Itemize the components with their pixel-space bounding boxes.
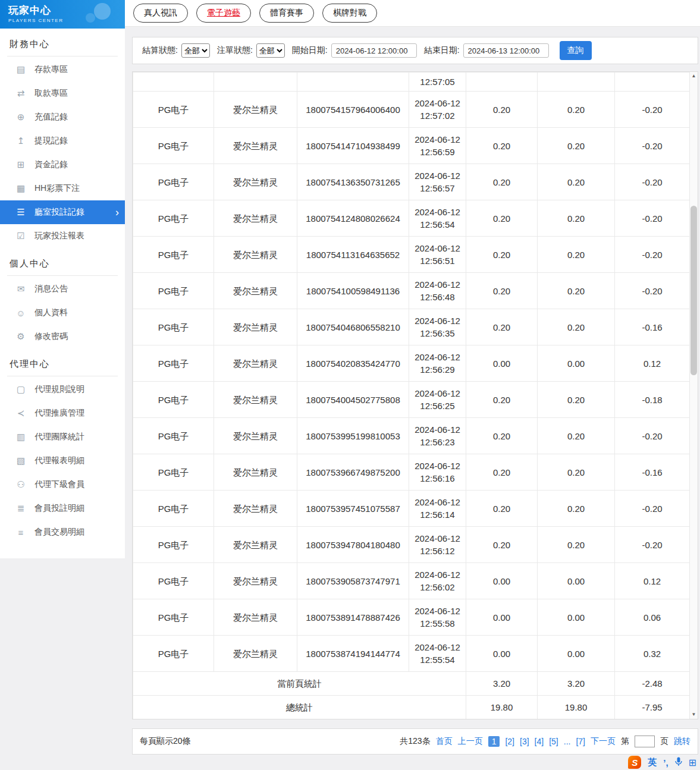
ime-punctuation-toggle[interactable]: ’,	[663, 758, 668, 768]
sidebar-item[interactable]: ▢代理規則說明	[0, 378, 125, 401]
jump-button[interactable]: 跳转	[674, 736, 690, 747]
scrollbar-thumb[interactable]	[690, 206, 697, 375]
ime-language-toggle[interactable]: 英	[648, 757, 657, 768]
scroll-down-icon[interactable]: ▼	[690, 711, 698, 719]
cell-bet: 0.20	[466, 491, 538, 527]
sidebar-item[interactable]: ☰廳室投註記錄›	[0, 200, 125, 224]
cell-profit: -0.20	[615, 128, 690, 164]
gamepad-icon	[77, 0, 119, 29]
sidebar-item[interactable]: ⚇代理下級會員	[0, 473, 125, 496]
sidebar-item[interactable]: ⊕充值記錄	[0, 105, 125, 129]
game-type-tabs: 真人視訊電子遊藝體育賽事棋牌對戰	[125, 0, 700, 27]
summary-profit: -2.48	[615, 672, 690, 696]
date-text: 2024-06-12	[415, 316, 460, 326]
sidebar-item[interactable]: ≺代理推廣管理	[0, 401, 125, 425]
cell-order-id: 1800753874194144774	[297, 636, 409, 672]
ime-toolbox-icon[interactable]: ⊞	[689, 757, 696, 768]
tab-1[interactable]: 真人視訊	[133, 4, 188, 23]
page-ellipsis: ...	[564, 737, 571, 746]
sidebar-item[interactable]: ☑玩家投注報表	[0, 224, 125, 248]
sidebar-item[interactable]: ≡會員交易明細	[0, 520, 125, 544]
sogou-ime-icon[interactable]: S	[628, 756, 641, 769]
cell-platform: PG电子	[133, 418, 214, 454]
tab-4[interactable]: 棋牌對戰	[322, 4, 377, 23]
cell-datetime: 2024-06-1212:55:54	[409, 636, 466, 672]
vertical-scrollbar[interactable]: ▲ ▼	[689, 72, 698, 719]
cell-datetime: 2024-06-1212:56:29	[409, 345, 466, 382]
sidebar-item[interactable]: ☺個人資料	[0, 301, 125, 325]
cell-game: 爱尔兰精灵	[214, 527, 297, 563]
sidebar-header: 玩家中心 PLAYERS CENTER	[0, 0, 125, 29]
records-table: 12:57:05PG电子爱尔兰精灵18007541579640064002024…	[133, 72, 690, 719]
sidebar-item[interactable]: ⊞資金記錄	[0, 153, 125, 177]
table-row: PG电子爱尔兰精灵18007540468065582102024-06-1212…	[133, 309, 690, 345]
table-row: PG电子爱尔兰精灵18007541131646356522024-06-1212…	[133, 237, 690, 273]
main-content: 真人視訊電子遊藝體育賽事棋牌對戰 結算狀態: 全部 注單狀態: 全部 開始日期:…	[125, 0, 700, 755]
scroll-up-icon[interactable]: ▲	[690, 72, 698, 80]
cell-profit: 0.32	[615, 636, 690, 672]
cell-bet: 0.20	[466, 237, 538, 273]
sidebar-item[interactable]: ▤存款專區	[0, 58, 125, 81]
table-row: PG电子爱尔兰精灵18007541363507312652024-06-1212…	[133, 164, 690, 200]
sidebar-item-label: 個人資料	[34, 307, 68, 318]
sidebar-section-title: 個人中心	[7, 253, 118, 276]
start-date-input[interactable]	[331, 43, 417, 58]
next-page-link[interactable]: 下一页	[591, 736, 616, 747]
settle-status-select[interactable]: 全部	[181, 43, 210, 58]
page-4[interactable]: [4]	[535, 737, 544, 746]
microphone-icon[interactable]	[675, 757, 682, 768]
cell-valid-bet: 0.20	[538, 418, 615, 454]
cell-datetime: 2024-06-1212:56:48	[409, 273, 466, 309]
order-status-select[interactable]: 全部	[256, 43, 285, 58]
jump-page-input[interactable]	[635, 736, 655, 747]
time-text: 12:56:02	[420, 582, 454, 592]
sidebar-item-label: 代理推廣管理	[34, 408, 84, 419]
report-icon: ☑	[15, 231, 26, 241]
summary-bet: 3.20	[466, 672, 538, 696]
cell-order-id: 1800753957451075587	[297, 491, 409, 527]
cell-platform: PG电子	[133, 599, 214, 636]
prev-page-link[interactable]: 上一页	[458, 736, 483, 747]
cell-order-id: 1800753891478887426	[297, 599, 409, 636]
cell-datetime: 2024-06-1212:56:16	[409, 454, 466, 491]
page-1[interactable]: 1	[488, 736, 500, 747]
page-5[interactable]: [5]	[549, 737, 558, 746]
sidebar-item-label: 修改密碼	[34, 331, 68, 342]
search-button[interactable]: 查詢	[560, 41, 592, 60]
table-row: PG电子爱尔兰精灵18007539667498752002024-06-1212…	[133, 454, 690, 491]
sidebar-item[interactable]: ✉消息公告	[0, 277, 125, 301]
cell-datetime: 2024-06-1212:56:02	[409, 563, 466, 599]
recharge-icon: ⊕	[15, 112, 26, 122]
tab-3[interactable]: 體育賽事	[259, 4, 314, 23]
sidebar-item[interactable]: ▥代理團隊統計	[0, 425, 125, 449]
summary-profit: -7.95	[615, 696, 690, 719]
cell-order-id: 1800754113164635652	[297, 237, 409, 273]
tab-2[interactable]: 電子遊藝	[196, 4, 251, 23]
page-7[interactable]: [7]	[576, 737, 585, 746]
sidebar-item[interactable]: ⇄取款專區	[0, 81, 125, 105]
cell-game: 爱尔兰精灵	[214, 164, 297, 200]
sidebar-item[interactable]: ≣會員投註明細	[0, 496, 125, 520]
cell-game: 爱尔兰精灵	[214, 599, 297, 636]
summary-bet: 19.80	[466, 696, 538, 719]
sidebar-item[interactable]: ▦HH彩票下注	[0, 177, 125, 200]
first-page-link[interactable]: 首页	[436, 736, 453, 747]
sidebar-item[interactable]: ⚙修改密碼	[0, 325, 125, 348]
cell-bet: 0.00	[466, 636, 538, 672]
sidebar-item[interactable]: ↥提現記錄	[0, 129, 125, 153]
start-date-label: 開始日期:	[292, 45, 328, 56]
time-text: 12:57:02	[420, 111, 454, 121]
cell-valid-bet: 0.00	[538, 563, 615, 599]
end-date-input[interactable]	[463, 43, 549, 58]
cell-game: 爱尔兰精灵	[214, 345, 297, 382]
table-row: PG电子爱尔兰精灵18007539058737479712024-06-1212…	[133, 563, 690, 599]
time-text: 12:56:51	[420, 256, 454, 266]
cell-datetime: 2024-06-1212:56:54	[409, 200, 466, 237]
cell-game: 爱尔兰精灵	[214, 563, 297, 599]
table-row: PG电子爱尔兰精灵18007541248080266242024-06-1212…	[133, 200, 690, 237]
page-2[interactable]: [2]	[505, 737, 514, 746]
cell-valid-bet: 0.20	[538, 164, 615, 200]
page-3[interactable]: [3]	[520, 737, 529, 746]
sidebar-item[interactable]: ▧代理報表明細	[0, 449, 125, 473]
table-row: PG电子爱尔兰精灵18007539478041804802024-06-1212…	[133, 527, 690, 563]
